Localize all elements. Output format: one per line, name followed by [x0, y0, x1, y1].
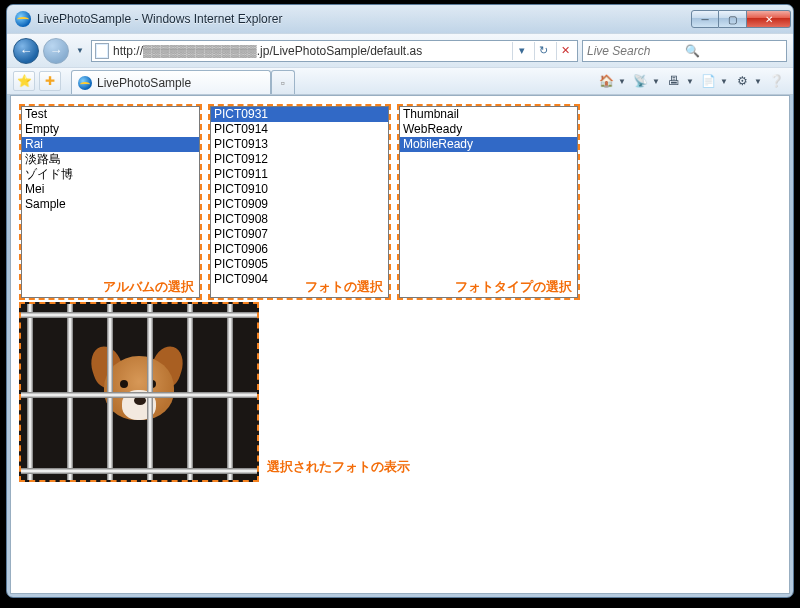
cage-bars	[21, 304, 257, 480]
album-caption: アルバムの選択	[101, 278, 196, 296]
list-item[interactable]: Rai	[22, 137, 199, 152]
list-item[interactable]: WebReady	[400, 122, 577, 137]
list-item[interactable]: Test	[22, 107, 199, 122]
close-button[interactable]: ✕	[747, 10, 791, 28]
list-item[interactable]: PICT0913	[211, 137, 388, 152]
photo-caption-label: フォトの選択	[303, 278, 385, 296]
search-placeholder: Live Search	[587, 44, 685, 58]
print-dropdown[interactable]: ▼	[685, 71, 695, 91]
list-item[interactable]: PICT0909	[211, 197, 388, 212]
list-item[interactable]: PICT0914	[211, 122, 388, 137]
nav-bar: ← → ▼ http://▓▓▓▓▓▓▓▓▓▓▓▓▓.jp/LivePhotoS…	[7, 33, 793, 67]
list-item[interactable]: Thumbnail	[400, 107, 577, 122]
photo-panel: PICT0931PICT0914PICT0913PICT0912PICT0911…	[208, 104, 391, 300]
back-button[interactable]: ←	[13, 38, 39, 64]
list-item[interactable]: PICT0931	[211, 107, 388, 122]
list-item[interactable]: Sample	[22, 197, 199, 212]
home-dropdown[interactable]: ▼	[617, 71, 627, 91]
tab-title: LivePhotoSample	[97, 76, 191, 90]
tools-dropdown[interactable]: ▼	[753, 71, 763, 91]
list-item[interactable]: Empty	[22, 122, 199, 137]
favorites-button[interactable]: ⭐	[13, 71, 35, 91]
add-favorites-button[interactable]: ✚	[39, 71, 61, 91]
list-item[interactable]: PICT0911	[211, 167, 388, 182]
list-item[interactable]: PICT0912	[211, 152, 388, 167]
ie-icon	[15, 11, 31, 27]
selected-photo	[19, 302, 259, 482]
minimize-button[interactable]: ─	[691, 10, 719, 28]
list-item[interactable]: ゾイド博	[22, 167, 199, 182]
help-button[interactable]: ❔	[765, 71, 787, 91]
maximize-button[interactable]: ▢	[719, 10, 747, 28]
address-text: http://▓▓▓▓▓▓▓▓▓▓▓▓▓.jp/LivePhotoSample/…	[113, 44, 508, 58]
stop-button[interactable]: ✕	[556, 42, 574, 60]
selected-photo-caption: 選択されたフォトの表示	[267, 458, 410, 476]
new-tab-button[interactable]: ▫	[271, 70, 295, 94]
feeds-dropdown[interactable]: ▼	[651, 71, 661, 91]
type-caption: フォトタイプの選択	[453, 278, 574, 296]
tools-button[interactable]: ⚙	[731, 71, 753, 91]
page-icon	[95, 43, 109, 59]
nav-history-dropdown[interactable]: ▼	[73, 46, 87, 55]
photo-listbox[interactable]: PICT0931PICT0914PICT0913PICT0912PICT0911…	[210, 106, 389, 298]
refresh-button[interactable]: ↻	[534, 42, 552, 60]
type-listbox[interactable]: ThumbnailWebReadyMobileReady	[399, 106, 578, 298]
list-item[interactable]: Mei	[22, 182, 199, 197]
type-panel: ThumbnailWebReadyMobileReady フォトタイプの選択	[397, 104, 580, 300]
page-content: TestEmptyRai淡路島ゾイド博MeiSample アルバムの選択 PIC…	[10, 95, 790, 594]
address-dropdown[interactable]: ▾	[512, 42, 530, 60]
search-icon[interactable]: 🔍	[685, 44, 783, 58]
list-item[interactable]: MobileReady	[400, 137, 577, 152]
forward-button[interactable]: →	[43, 38, 69, 64]
page-button[interactable]: 📄	[697, 71, 719, 91]
page-dropdown[interactable]: ▼	[719, 71, 729, 91]
home-button[interactable]: 🏠	[595, 71, 617, 91]
toolbar: ⭐ ✚ LivePhotoSample ▫ 🏠▼ 📡▼ 🖶▼ 📄▼ ⚙▼ ❔	[7, 67, 793, 95]
list-item[interactable]: PICT0906	[211, 242, 388, 257]
album-panel: TestEmptyRai淡路島ゾイド博MeiSample アルバムの選択	[19, 104, 202, 300]
album-listbox[interactable]: TestEmptyRai淡路島ゾイド博MeiSample	[21, 106, 200, 298]
list-item[interactable]: PICT0905	[211, 257, 388, 272]
list-item[interactable]: PICT0908	[211, 212, 388, 227]
tab-favicon	[78, 76, 92, 90]
feeds-button[interactable]: 📡	[629, 71, 651, 91]
tab-livephotosample[interactable]: LivePhotoSample	[71, 70, 271, 94]
print-button[interactable]: 🖶	[663, 71, 685, 91]
titlebar: LivePhotoSample - Windows Internet Explo…	[7, 5, 793, 33]
list-item[interactable]: PICT0910	[211, 182, 388, 197]
window-title: LivePhotoSample - Windows Internet Explo…	[37, 12, 691, 26]
list-item[interactable]: 淡路島	[22, 152, 199, 167]
address-bar[interactable]: http://▓▓▓▓▓▓▓▓▓▓▓▓▓.jp/LivePhotoSample/…	[91, 40, 578, 62]
list-item[interactable]: PICT0907	[211, 227, 388, 242]
ie-window: LivePhotoSample - Windows Internet Explo…	[6, 4, 794, 598]
search-box[interactable]: Live Search 🔍	[582, 40, 787, 62]
